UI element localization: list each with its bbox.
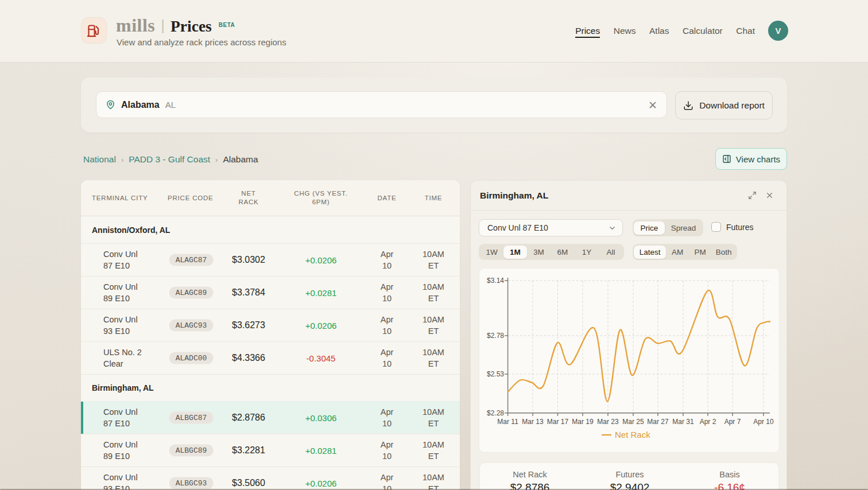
svg-text:$2.78: $2.78 [487,332,504,340]
svg-text:Apr 7: Apr 7 [724,418,741,426]
svg-text:Mar 23: Mar 23 [597,418,619,426]
svg-text:$3.14: $3.14 [487,277,504,285]
svg-text:Mar 11: Mar 11 [497,418,518,426]
svg-text:Mar 13: Mar 13 [522,418,544,426]
svg-text:Mar 31: Mar 31 [672,418,694,426]
svg-text:Mar 27: Mar 27 [647,418,669,426]
svg-text:Apr 10: Apr 10 [753,418,774,426]
svg-text:Mar 25: Mar 25 [622,418,644,426]
svg-text:Apr 2: Apr 2 [700,418,716,426]
svg-text:Net Rack: Net Rack [615,430,650,440]
svg-text:$2.28: $2.28 [487,409,504,417]
svg-text:Mar 19: Mar 19 [572,418,594,426]
svg-text:$2.53: $2.53 [487,370,504,378]
svg-text:Mar 17: Mar 17 [547,418,569,426]
